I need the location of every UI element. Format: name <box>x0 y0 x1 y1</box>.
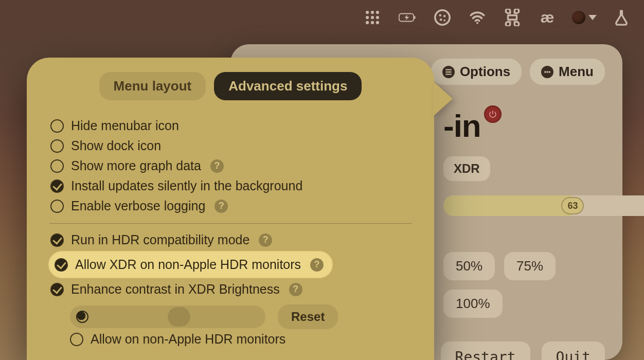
flask-icon[interactable] <box>611 7 632 28</box>
opt-label: Run in HDR compatibility mode <box>71 232 249 247</box>
xdr-tag[interactable]: XDR <box>443 156 490 181</box>
svg-point-12 <box>439 14 441 16</box>
svg-point-6 <box>366 21 369 24</box>
opt-more-graph[interactable]: Show more graph data ? <box>49 156 412 176</box>
opt-enhance-contrast[interactable]: Enhance contrast in XDR Brightness ? <box>49 279 412 299</box>
opt-label: Allow XDR on non-Apple HDR monitors <box>75 257 301 272</box>
preset-50[interactable]: 50% <box>443 252 495 280</box>
svg-point-16 <box>476 22 478 24</box>
svg-point-21 <box>546 71 548 73</box>
help-icon[interactable]: ? <box>310 258 324 272</box>
quit-button[interactable]: Quit <box>542 341 605 360</box>
svg-point-22 <box>548 71 550 73</box>
checkbox-icon[interactable] <box>50 139 64 153</box>
opt-label: Hide menubar icon <box>71 118 179 133</box>
tab-menu-layout[interactable]: Menu layout <box>99 72 206 100</box>
svg-rect-10 <box>414 16 416 19</box>
opt-label: Enhance contrast in XDR Brightness <box>71 282 280 297</box>
opt-silent-updates[interactable]: Install updates silently in the backgrou… <box>49 176 412 196</box>
opt-hide-menubar[interactable]: Hide menubar icon <box>49 116 412 136</box>
opt-label: Allow on non-Apple HDR monitors <box>91 332 285 347</box>
svg-point-8 <box>376 21 379 24</box>
opt-label: Show dock icon <box>71 138 161 153</box>
checkbox-icon[interactable] <box>70 333 83 346</box>
svg-point-5 <box>376 16 379 19</box>
svg-point-13 <box>443 15 446 17</box>
opt-label: Enable verbose logging <box>71 199 205 213</box>
settings-tabs: Menu layout Advanced settings <box>49 72 412 100</box>
brightness-slider[interactable]: 63 <box>443 195 644 216</box>
help-icon[interactable]: ? <box>214 200 228 213</box>
list-icon <box>442 66 455 78</box>
brightness-value: 63 <box>561 197 584 214</box>
svg-point-11 <box>435 10 450 25</box>
svg-point-3 <box>366 16 369 19</box>
svg-rect-18 <box>445 71 451 72</box>
restart-button[interactable]: Restart <box>441 341 530 360</box>
ae-ligature-icon[interactable]: æ <box>537 7 558 28</box>
divider <box>49 223 412 224</box>
preset-100[interactable]: 100% <box>443 290 503 318</box>
svg-point-7 <box>371 21 374 24</box>
menubar: æ <box>0 0 644 35</box>
checkbox-checked-icon[interactable] <box>55 258 68 272</box>
svg-point-4 <box>371 16 374 19</box>
opt-label: Show more graph data <box>71 158 201 173</box>
reset-button[interactable]: Reset <box>278 304 338 329</box>
help-icon[interactable]: ? <box>289 283 302 296</box>
opt-show-dock[interactable]: Show dock icon <box>49 136 412 156</box>
help-icon[interactable]: ? <box>259 233 272 247</box>
color-picker-icon[interactable] <box>572 11 597 24</box>
checkbox-icon[interactable] <box>50 200 64 213</box>
options-button-label: Options <box>460 64 510 80</box>
svg-point-1 <box>371 11 374 14</box>
svg-point-2 <box>376 11 379 14</box>
svg-rect-19 <box>445 74 451 75</box>
cookie-icon[interactable] <box>432 7 453 28</box>
svg-point-15 <box>443 20 445 22</box>
battery-charging-icon[interactable] <box>397 7 418 28</box>
svg-point-0 <box>366 11 369 14</box>
opt-verbose-logging[interactable]: Enable verbose logging ? <box>49 196 412 216</box>
checkbox-checked-icon[interactable] <box>50 233 64 247</box>
dots-icon <box>541 66 553 78</box>
preset-75[interactable]: 75% <box>504 252 556 280</box>
contrast-icon <box>76 311 88 323</box>
help-icon[interactable]: ? <box>210 159 224 173</box>
checkbox-checked-icon[interactable] <box>50 283 64 296</box>
contrast-slider[interactable] <box>70 305 265 328</box>
svg-point-20 <box>544 71 546 73</box>
checkbox-icon[interactable] <box>50 119 64 133</box>
command-icon[interactable] <box>502 7 523 28</box>
slider-knob[interactable] <box>168 307 190 327</box>
opt-label: Install updates silently in the backgrou… <box>71 178 302 193</box>
grid-dots-icon[interactable] <box>362 7 383 28</box>
opt-allow-nonapple-2[interactable]: Allow on non-Apple HDR monitors <box>49 329 412 349</box>
opt-hdr-compat[interactable]: Run in HDR compatibility mode ? <box>49 230 412 250</box>
svg-point-14 <box>440 19 442 21</box>
power-badge-icon[interactable] <box>484 105 502 123</box>
wifi-icon[interactable] <box>467 7 488 28</box>
settings-popover: Menu layout Advanced settings Hide menub… <box>27 58 434 360</box>
menu-button-label: Menu <box>559 64 594 80</box>
menu-button[interactable]: Menu <box>530 59 605 85</box>
svg-rect-17 <box>445 69 451 70</box>
checkbox-icon[interactable] <box>50 159 64 173</box>
tab-advanced-settings[interactable]: Advanced settings <box>214 72 362 100</box>
checkbox-checked-icon[interactable] <box>50 179 64 193</box>
opt-xdr-nonapple[interactable]: Allow XDR on non-Apple HDR monitors ? <box>49 252 332 277</box>
